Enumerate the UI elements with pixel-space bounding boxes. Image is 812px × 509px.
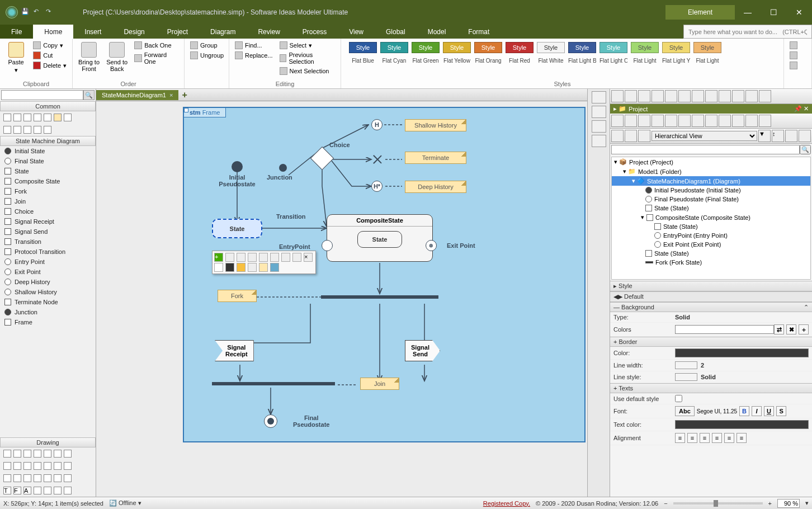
folder-tool-icon[interactable] <box>34 126 41 134</box>
note-tool-icon[interactable] <box>54 114 62 121</box>
frame-node[interactable]: stm Frame <box>183 107 586 442</box>
doc-tool-icon[interactable] <box>44 126 51 134</box>
ctx-black-icon[interactable] <box>225 263 234 272</box>
ctx-add-icon[interactable]: + <box>214 253 223 262</box>
next-selection-button[interactable]: Next Selection <box>277 67 337 76</box>
context-toolbar[interactable]: +× <box>212 251 316 274</box>
ribbon-extra-3-icon[interactable] <box>787 61 800 70</box>
shape-trap-icon[interactable] <box>23 474 31 482</box>
tree-root[interactable]: ▾ 📦 Project (Project) <box>612 157 810 167</box>
pt-icon-7[interactable] <box>692 115 704 127</box>
italic-button[interactable]: I <box>752 406 762 416</box>
pt-icon-2[interactable] <box>625 115 637 127</box>
cut-button[interactable]: Cut <box>31 51 69 60</box>
tool-final-state[interactable]: Final State <box>0 156 96 166</box>
pt-icon-1[interactable] <box>611 115 624 127</box>
entry-point-node[interactable] <box>322 240 333 251</box>
rt-icon-10[interactable] <box>732 90 744 102</box>
tool-composite-state[interactable]: Composite State <box>0 176 96 186</box>
ctx-note-icon[interactable] <box>259 263 268 272</box>
rt-icon-7[interactable] <box>692 90 704 102</box>
texts-section[interactable]: + Texts <box>610 383 812 393</box>
style-swatch-7[interactable]: Style <box>568 42 596 53</box>
style-swatch-3[interactable]: Style <box>443 42 471 53</box>
bold-button[interactable]: B <box>739 406 749 416</box>
text-bold-icon[interactable]: T <box>3 487 11 494</box>
shallow-history-node[interactable]: H <box>371 119 383 130</box>
rt-icon-5[interactable] <box>665 90 677 102</box>
remove-color-icon[interactable]: ✖ <box>786 324 796 334</box>
move-tool-icon[interactable] <box>13 114 21 121</box>
select-button[interactable]: Select ▾ <box>277 41 337 50</box>
shape-star-icon[interactable] <box>54 462 62 470</box>
tree-item-3[interactable]: ▾ CompositeState (Composite State) <box>612 213 810 222</box>
ctx-rect-icon[interactable] <box>237 253 246 262</box>
container-tool-icon[interactable] <box>44 114 51 121</box>
curve-icon[interactable] <box>54 487 62 494</box>
tree-item-1[interactable]: Final Pseudostate (Final State) <box>612 195 810 204</box>
tool-state[interactable]: State <box>0 166 96 176</box>
back-one-button[interactable]: Back One <box>132 41 181 50</box>
tool-initial-state[interactable]: Initial State <box>0 146 96 156</box>
tool-exit-point[interactable]: Exit Point <box>0 267 96 277</box>
grid-tool-icon[interactable] <box>3 126 11 134</box>
menu-design[interactable]: Design <box>112 25 155 39</box>
terminate-note[interactable]: Terminate <box>405 152 466 164</box>
shape-arc-icon[interactable] <box>64 450 72 458</box>
view-mode-select[interactable]: Hierarchical View <box>652 131 757 141</box>
font-sample[interactable]: Abc <box>675 406 695 416</box>
align-center-icon[interactable]: ≡ <box>687 433 697 443</box>
command-search-input[interactable] <box>683 25 812 39</box>
align-just-icon[interactable]: ≡ <box>712 433 722 443</box>
add-node-icon[interactable] <box>625 130 637 142</box>
layout2-icon[interactable] <box>799 130 811 142</box>
ctx-white-icon[interactable] <box>214 263 223 272</box>
tree-item-6[interactable]: Exit Point (Exit Point) <box>612 240 810 249</box>
rt-icon-3[interactable] <box>638 90 650 102</box>
zoom-tool-icon[interactable] <box>23 114 31 121</box>
shape-diamond-icon[interactable] <box>44 462 51 470</box>
deep-history-node[interactable]: H* <box>371 181 383 192</box>
tree-diagram[interactable]: ▾ 🔷 StateMachineDiagram1 (Diagram) <box>612 176 810 186</box>
join-note[interactable]: Join <box>360 378 399 390</box>
group-button[interactable]: Group <box>188 41 226 50</box>
style-swatch-6[interactable]: Style <box>537 42 565 53</box>
redo-icon[interactable]: ↷ <box>46 8 55 17</box>
replace-button[interactable]: Replace... <box>233 51 275 60</box>
table-tool-icon[interactable] <box>13 126 21 134</box>
save-icon[interactable]: 💾 <box>21 8 30 17</box>
pt-icon-11[interactable] <box>745 115 758 127</box>
menu-process[interactable]: Process <box>291 25 338 39</box>
minimize-button[interactable]: — <box>735 4 761 21</box>
tool-terminate-node[interactable]: Terminate Node <box>0 297 96 307</box>
shape-pent-icon[interactable] <box>64 462 72 470</box>
shape-arrow-icon[interactable] <box>13 450 21 458</box>
deep-history-note[interactable]: Deep History <box>405 181 466 193</box>
style-default-row[interactable]: ◀▶ Default <box>610 291 812 302</box>
rt-icon-12[interactable] <box>759 90 771 102</box>
rt-icon-6[interactable] <box>678 90 691 102</box>
shape-gear-icon[interactable] <box>64 474 72 482</box>
toolbox-section-smd[interactable]: State Machine Diagram <box>0 136 96 146</box>
dock-btn-1[interactable] <box>592 91 606 103</box>
line-width-preview[interactable] <box>675 361 697 369</box>
panel-tool-icon[interactable] <box>23 126 31 134</box>
offline-indicator[interactable]: 🔄 Offline ▾ <box>109 499 141 507</box>
tool-protocol-transition[interactable]: Protocol Transition <box>0 247 96 257</box>
shape-para-icon[interactable] <box>34 474 41 482</box>
pt-icon-3[interactable] <box>638 115 650 127</box>
menu-diagram[interactable]: Diagram <box>199 25 247 39</box>
style-swatch-0[interactable]: Style <box>349 42 377 53</box>
shape-oct-icon[interactable] <box>13 474 21 482</box>
shape-ellipse-icon[interactable] <box>44 450 51 458</box>
shape-tri-icon[interactable] <box>23 462 31 470</box>
line-tool-icon[interactable] <box>64 114 72 121</box>
pt-icon-6[interactable] <box>678 115 691 127</box>
tool-frame[interactable]: Frame <box>0 317 96 327</box>
align-left-icon[interactable]: ≡ <box>675 433 685 443</box>
dock-btn-2[interactable] <box>592 106 606 118</box>
menu-view[interactable]: View <box>338 25 375 39</box>
border-color-swatch[interactable] <box>675 348 809 357</box>
zoom-input[interactable] <box>777 499 800 508</box>
tool-junction[interactable]: Junction <box>0 307 96 317</box>
